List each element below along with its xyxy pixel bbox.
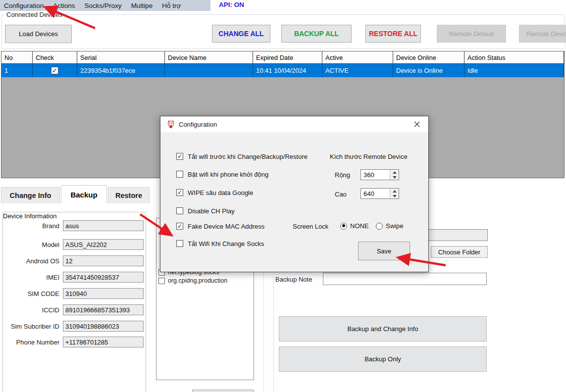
cell-device-name xyxy=(165,64,253,77)
model-field[interactable]: ASUS_AI2202 xyxy=(63,239,144,250)
radio-swipe-label: Swipe xyxy=(386,222,403,230)
width-spinner[interactable]: 360 xyxy=(360,169,399,180)
panel-divider xyxy=(273,275,274,392)
option-row[interactable]: Tắt Wifi Khi Change Socks xyxy=(176,240,264,247)
spin-up-icon[interactable] xyxy=(390,189,399,194)
sim-subcriber-label: Sim Subcriber ID xyxy=(0,323,59,330)
backup-all-button[interactable]: BACKUP ALL xyxy=(281,25,352,43)
cell-no: 1 xyxy=(1,64,33,77)
phone-number-field[interactable]: +11786701285 xyxy=(63,337,144,347)
tab-restore[interactable]: Restore xyxy=(108,187,150,203)
col-header-expired-date[interactable]: Expired Date xyxy=(253,51,322,63)
spin-down-icon[interactable] xyxy=(390,175,399,180)
grid-header-row: No Check Serial Device Name Expired Date… xyxy=(1,51,564,64)
option-row[interactable]: Bật wifi khi phone khởi động xyxy=(176,170,268,178)
wifi-off-before-checkbox[interactable] xyxy=(176,153,183,160)
android-os-field[interactable]: 12 xyxy=(63,255,144,266)
option-label: WIPE sâu data Google xyxy=(188,189,253,196)
cell-action-status: Idle xyxy=(464,64,564,77)
backup-only-button[interactable]: Backup Only xyxy=(279,346,487,372)
option-row[interactable]: WIPE sâu data Google xyxy=(176,189,253,196)
menu-socks-proxy[interactable]: Socks/Proxy xyxy=(85,2,122,9)
device-row-checkbox[interactable] xyxy=(51,67,58,74)
sim-subcriber-field[interactable]: 310940198886023 xyxy=(63,321,144,332)
menu-configuration[interactable]: Configuration xyxy=(4,2,44,9)
backup-and-change-info-button[interactable]: Backup and Change Info xyxy=(279,316,487,342)
app-checkbox[interactable] xyxy=(158,278,165,284)
spin-up-icon[interactable] xyxy=(390,170,399,175)
connected-devices-label: Connected Devices xyxy=(4,11,64,18)
change-all-button[interactable]: CHANGE ALL xyxy=(212,25,270,43)
col-header-action-status[interactable]: Action Status xyxy=(464,51,564,63)
iccid-field[interactable]: 891019666857351393 xyxy=(63,304,144,315)
width-value[interactable]: 360 xyxy=(361,170,390,180)
tab-change-info[interactable]: Change Info xyxy=(1,187,60,203)
col-header-device-online[interactable]: Device Online xyxy=(393,51,464,63)
cell-serial: 2239354b1f037ece xyxy=(77,64,165,77)
cell-device-online: Device is Online xyxy=(393,64,464,77)
height-value[interactable]: 640 xyxy=(361,189,390,198)
configuration-dialog: Configuration Tắt wifi trước khi Change/… xyxy=(160,116,429,272)
cell-expired-date: 10:41 10/04/2024 xyxy=(253,64,322,77)
disable-ch-play-checkbox[interactable] xyxy=(176,207,183,214)
menu-bar: Configuration Actions Socks/Proxy Multip… xyxy=(0,0,210,11)
wipe-google-checkbox[interactable] xyxy=(176,189,183,196)
imei-field[interactable]: 354741450928537 xyxy=(63,272,144,283)
iccid-label: ICCID xyxy=(0,306,59,314)
dialog-title: Configuration xyxy=(179,121,217,128)
api-status-label: API: ON xyxy=(219,1,244,8)
list-item[interactable]: org.cpidng.production xyxy=(158,277,227,284)
fake-mac-checkbox[interactable] xyxy=(176,223,183,230)
remote-default-button: Remote Default xyxy=(437,25,506,43)
wifi-off-change-socks-checkbox[interactable] xyxy=(176,240,183,247)
clipped-bottom-button[interactable] xyxy=(192,390,254,392)
radio-swipe[interactable] xyxy=(376,223,383,230)
device-information-label: Device Information xyxy=(3,212,56,220)
backup-note-label: Backup Note xyxy=(275,276,310,283)
remote-size-title: Kích thước Remote Device xyxy=(330,153,408,160)
menu-ho-tro[interactable]: Hỗ trợ xyxy=(162,2,181,9)
height-spinner[interactable]: 640 xyxy=(360,188,399,199)
col-header-no[interactable]: No xyxy=(1,51,33,63)
save-button[interactable]: Save xyxy=(358,242,410,260)
col-header-active[interactable]: Active xyxy=(322,51,393,63)
app-window: Configuration Actions Socks/Proxy Multip… xyxy=(0,0,566,392)
option-row[interactable]: Disable CH Play xyxy=(176,207,235,215)
backup-folder-field[interactable] xyxy=(426,229,488,241)
remote-devices-button: Remote Devices xyxy=(519,25,566,43)
option-row[interactable]: Fake Device MAC Address xyxy=(176,222,264,230)
sim-code-label: SIM CODE xyxy=(0,290,59,297)
option-label: Bật wifi khi phone khởi động xyxy=(188,171,268,178)
load-devices-button[interactable]: Load Devices xyxy=(5,25,72,43)
radio-none[interactable] xyxy=(340,223,347,230)
backup-note-input[interactable] xyxy=(323,273,487,285)
lucky-cat-icon xyxy=(167,120,175,128)
sim-code-field[interactable]: 310940 xyxy=(63,288,144,299)
choose-folder-button[interactable]: Choose Folder xyxy=(431,246,488,258)
cell-active: ACTIVE xyxy=(322,64,393,77)
cell-check xyxy=(33,64,77,77)
option-row[interactable]: Tắt wifi trước khi Change/Backup/Restore xyxy=(176,152,308,160)
restore-all-button[interactable]: RESTORE ALL xyxy=(365,25,421,43)
menu-actions[interactable]: Actions xyxy=(53,2,75,9)
wifi-on-boot-checkbox[interactable] xyxy=(176,171,183,178)
device-row[interactable]: 1 2239354b1f037ece 10:41 10/04/2024 ACTI… xyxy=(1,64,564,77)
dialog-titlebar[interactable]: Configuration xyxy=(160,116,428,132)
brand-label: Brand xyxy=(0,222,59,230)
option-label: Disable CH Play xyxy=(188,207,235,215)
brand-field[interactable]: asus xyxy=(63,220,144,231)
height-label: Cao xyxy=(335,191,347,198)
tab-backup[interactable]: Backup xyxy=(61,185,107,203)
screen-lock-swipe-option[interactable]: Swipe xyxy=(376,222,403,230)
radio-none-label: NONE xyxy=(350,222,369,230)
col-header-check[interactable]: Check xyxy=(33,51,77,63)
model-label: Model xyxy=(0,241,59,248)
close-icon[interactable] xyxy=(410,119,424,130)
menu-multipe[interactable]: Multipe xyxy=(131,2,153,9)
col-header-device-name[interactable]: Device Name xyxy=(165,51,253,63)
spin-down-icon[interactable] xyxy=(390,194,399,198)
screen-lock-none-option[interactable]: NONE xyxy=(340,222,369,230)
col-header-serial[interactable]: Serial xyxy=(77,51,165,63)
android-os-label: Android OS xyxy=(0,257,59,265)
app-item-label: org.cpidng.production xyxy=(168,277,227,284)
